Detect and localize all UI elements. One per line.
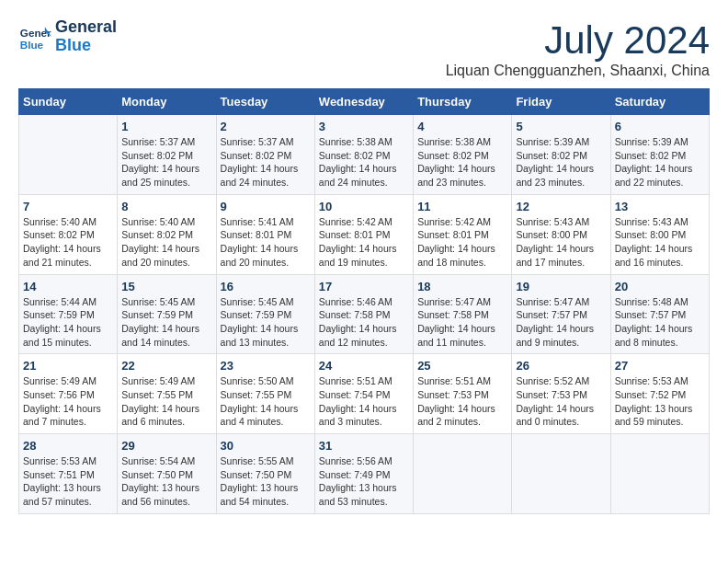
day-number: 21 [23, 359, 113, 373]
svg-text:Blue: Blue [20, 38, 44, 50]
calendar-cell [414, 434, 512, 514]
day-number: 13 [615, 200, 705, 213]
day-info: Sunrise: 5:40 AM Sunset: 8:02 PM Dayligh… [121, 215, 211, 270]
calendar-cell: 26Sunrise: 5:52 AM Sunset: 7:53 PM Dayli… [512, 354, 610, 434]
calendar-cell: 10Sunrise: 5:42 AM Sunset: 8:01 PM Dayli… [314, 194, 413, 274]
day-number: 15 [121, 280, 211, 293]
day-info: Sunrise: 5:43 AM Sunset: 8:00 PM Dayligh… [615, 215, 705, 270]
day-info: Sunrise: 5:47 AM Sunset: 7:58 PM Dayligh… [417, 295, 507, 350]
day-number: 8 [121, 200, 211, 213]
calendar-cell: 15Sunrise: 5:45 AM Sunset: 7:59 PM Dayli… [118, 274, 216, 354]
day-number: 6 [615, 120, 705, 133]
day-number: 27 [615, 359, 705, 373]
calendar-cell: 9Sunrise: 5:41 AM Sunset: 8:01 PM Daylig… [216, 194, 314, 274]
calendar-cell: 19Sunrise: 5:47 AM Sunset: 7:57 PM Dayli… [512, 274, 610, 354]
week-row-2: 7Sunrise: 5:40 AM Sunset: 8:02 PM Daylig… [19, 194, 710, 274]
calendar-cell: 25Sunrise: 5:51 AM Sunset: 7:53 PM Dayli… [414, 354, 512, 434]
calendar-cell: 20Sunrise: 5:48 AM Sunset: 7:57 PM Dayli… [610, 274, 709, 354]
day-info: Sunrise: 5:47 AM Sunset: 7:57 PM Dayligh… [516, 295, 606, 350]
day-info: Sunrise: 5:49 AM Sunset: 7:56 PM Dayligh… [23, 374, 113, 429]
day-info: Sunrise: 5:39 AM Sunset: 8:02 PM Dayligh… [516, 135, 606, 190]
day-info: Sunrise: 5:42 AM Sunset: 8:01 PM Dayligh… [319, 215, 409, 270]
day-info: Sunrise: 5:37 AM Sunset: 8:02 PM Dayligh… [221, 135, 311, 190]
day-info: Sunrise: 5:51 AM Sunset: 7:53 PM Dayligh… [417, 374, 507, 429]
day-info: Sunrise: 5:50 AM Sunset: 7:55 PM Dayligh… [221, 374, 311, 429]
calendar-cell: 28Sunrise: 5:53 AM Sunset: 7:51 PM Dayli… [19, 434, 118, 514]
calendar-cell: 14Sunrise: 5:44 AM Sunset: 7:59 PM Dayli… [19, 274, 118, 354]
calendar-cell: 21Sunrise: 5:49 AM Sunset: 7:56 PM Dayli… [19, 354, 118, 434]
day-info: Sunrise: 5:49 AM Sunset: 7:55 PM Dayligh… [121, 374, 211, 429]
day-info: Sunrise: 5:38 AM Sunset: 8:02 PM Dayligh… [319, 135, 409, 190]
day-info: Sunrise: 5:39 AM Sunset: 8:02 PM Dayligh… [615, 135, 705, 190]
calendar-cell: 23Sunrise: 5:50 AM Sunset: 7:55 PM Dayli… [216, 354, 314, 434]
header-friday: Friday [512, 89, 610, 115]
calendar-cell: 13Sunrise: 5:43 AM Sunset: 8:00 PM Dayli… [610, 194, 709, 274]
day-number: 16 [221, 280, 311, 293]
day-info: Sunrise: 5:45 AM Sunset: 7:59 PM Dayligh… [221, 295, 311, 350]
day-info: Sunrise: 5:48 AM Sunset: 7:57 PM Dayligh… [615, 295, 705, 350]
day-info: Sunrise: 5:56 AM Sunset: 7:49 PM Dayligh… [319, 454, 409, 509]
calendar-cell: 12Sunrise: 5:43 AM Sunset: 8:00 PM Dayli… [512, 194, 610, 274]
logo: General Blue General Blue [18, 18, 117, 55]
calendar-cell [19, 115, 118, 195]
day-info: Sunrise: 5:41 AM Sunset: 8:01 PM Dayligh… [221, 215, 311, 270]
calendar-cell: 31Sunrise: 5:56 AM Sunset: 7:49 PM Dayli… [314, 434, 413, 514]
calendar-cell: 17Sunrise: 5:46 AM Sunset: 7:58 PM Dayli… [314, 274, 413, 354]
calendar-header-row: SundayMondayTuesdayWednesdayThursdayFrid… [19, 89, 710, 115]
calendar-cell [512, 434, 610, 514]
calendar-cell: 30Sunrise: 5:55 AM Sunset: 7:50 PM Dayli… [216, 434, 314, 514]
day-info: Sunrise: 5:38 AM Sunset: 8:02 PM Dayligh… [417, 135, 507, 190]
day-number: 29 [121, 439, 211, 453]
day-info: Sunrise: 5:54 AM Sunset: 7:50 PM Dayligh… [121, 454, 211, 509]
calendar-cell: 5Sunrise: 5:39 AM Sunset: 8:02 PM Daylig… [512, 115, 610, 195]
calendar-cell: 22Sunrise: 5:49 AM Sunset: 7:55 PM Dayli… [118, 354, 216, 434]
day-info: Sunrise: 5:52 AM Sunset: 7:53 PM Dayligh… [516, 374, 606, 429]
day-number: 20 [615, 280, 705, 293]
header-tuesday: Tuesday [216, 89, 314, 115]
calendar-cell: 8Sunrise: 5:40 AM Sunset: 8:02 PM Daylig… [118, 194, 216, 274]
day-info: Sunrise: 5:53 AM Sunset: 7:51 PM Dayligh… [23, 454, 113, 509]
day-info: Sunrise: 5:42 AM Sunset: 8:01 PM Dayligh… [417, 215, 507, 270]
logo-icon: General Blue [18, 20, 51, 53]
title-block: July 2024 Liquan Chengguanzhen, Shaanxi,… [446, 18, 710, 79]
day-number: 28 [23, 439, 113, 453]
calendar-cell: 3Sunrise: 5:38 AM Sunset: 8:02 PM Daylig… [314, 115, 413, 195]
day-info: Sunrise: 5:40 AM Sunset: 8:02 PM Dayligh… [23, 215, 113, 270]
day-info: Sunrise: 5:46 AM Sunset: 7:58 PM Dayligh… [319, 295, 409, 350]
day-number: 26 [516, 359, 606, 373]
location-subtitle: Liquan Chengguanzhen, Shaanxi, China [446, 63, 710, 79]
day-number: 5 [516, 120, 606, 133]
calendar-cell: 7Sunrise: 5:40 AM Sunset: 8:02 PM Daylig… [19, 194, 118, 274]
day-number: 25 [417, 359, 507, 373]
day-number: 12 [516, 200, 606, 213]
day-number: 17 [319, 280, 409, 293]
day-number: 22 [121, 359, 211, 373]
calendar-cell [610, 434, 709, 514]
header-sunday: Sunday [19, 89, 118, 115]
page-header: General Blue General Blue July 2024 Liqu… [18, 18, 710, 79]
day-number: 30 [221, 439, 311, 453]
calendar-cell: 27Sunrise: 5:53 AM Sunset: 7:52 PM Dayli… [610, 354, 709, 434]
day-info: Sunrise: 5:51 AM Sunset: 7:54 PM Dayligh… [319, 374, 409, 429]
week-row-5: 28Sunrise: 5:53 AM Sunset: 7:51 PM Dayli… [19, 434, 710, 514]
header-thursday: Thursday [414, 89, 512, 115]
day-number: 14 [23, 280, 113, 293]
day-number: 4 [417, 120, 507, 133]
day-number: 24 [319, 359, 409, 373]
day-number: 9 [221, 200, 311, 213]
calendar-cell: 29Sunrise: 5:54 AM Sunset: 7:50 PM Dayli… [118, 434, 216, 514]
logo-text-general: General [55, 18, 117, 37]
day-number: 7 [23, 200, 113, 213]
calendar-cell: 16Sunrise: 5:45 AM Sunset: 7:59 PM Dayli… [216, 274, 314, 354]
day-number: 23 [221, 359, 311, 373]
header-wednesday: Wednesday [314, 89, 413, 115]
day-info: Sunrise: 5:44 AM Sunset: 7:59 PM Dayligh… [23, 295, 113, 350]
day-info: Sunrise: 5:37 AM Sunset: 8:02 PM Dayligh… [121, 135, 211, 190]
day-number: 18 [417, 280, 507, 293]
day-number: 31 [319, 439, 409, 453]
calendar-cell: 6Sunrise: 5:39 AM Sunset: 8:02 PM Daylig… [610, 115, 709, 195]
calendar-table: SundayMondayTuesdayWednesdayThursdayFrid… [18, 88, 710, 514]
logo-text-blue: Blue [55, 37, 117, 55]
day-number: 2 [221, 120, 311, 133]
day-number: 11 [417, 200, 507, 213]
